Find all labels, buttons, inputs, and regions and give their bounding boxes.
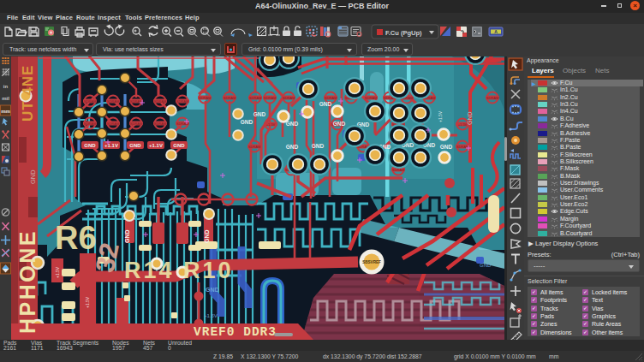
svg-text:+1.5V: +1.5V bbox=[438, 110, 443, 122]
svg-text:SDRAM: SDRAM bbox=[365, 96, 377, 100]
svg-text:GND: GND bbox=[129, 143, 141, 148]
svg-text:UT 4NE: UT 4NE bbox=[20, 65, 36, 122]
svg-text:GND: GND bbox=[286, 121, 299, 127]
svg-text:+1.5V: +1.5V bbox=[55, 266, 60, 278]
svg-text:SDRAM: SDRAM bbox=[107, 122, 119, 126]
svg-text:GND: GND bbox=[286, 144, 299, 150]
svg-text:in: in bbox=[3, 84, 9, 89]
svg-text:SDRAM: SDRAM bbox=[130, 122, 142, 126]
svg-text:GND: GND bbox=[312, 143, 325, 149]
svg-text:GND: GND bbox=[467, 111, 473, 125]
svg-text:HPHONE: HPHONE bbox=[15, 229, 39, 334]
svg-text:SDRAM: SDRAM bbox=[154, 99, 166, 104]
svg-text:GND: GND bbox=[440, 144, 453, 150]
svg-text:GND: GND bbox=[206, 287, 219, 293]
svg-text:A: A bbox=[494, 29, 498, 34]
svg-text:F.Cu (PgUp): F.Cu (PgUp) bbox=[385, 29, 422, 37]
svg-text:GND: GND bbox=[204, 229, 210, 243]
svg-text:SDRAM: SDRAM bbox=[486, 96, 498, 100]
svg-text:R6: R6 bbox=[55, 220, 97, 256]
svg-text:+1.5V: +1.5V bbox=[204, 313, 218, 318]
svg-text:GND: GND bbox=[333, 121, 346, 127]
svg-text:GND: GND bbox=[480, 263, 492, 268]
svg-text:R14 R10: R14 R10 bbox=[124, 258, 234, 283]
svg-text:GND: GND bbox=[173, 143, 185, 148]
svg-text:SBSVREF: SBSVREF bbox=[362, 260, 381, 264]
svg-text:SDRAM: SDRAM bbox=[176, 99, 188, 104]
svg-text:+1.5V: +1.5V bbox=[85, 296, 90, 308]
svg-text:+1.5V: +1.5V bbox=[266, 122, 276, 127]
svg-text:mil: mil bbox=[2, 96, 9, 101]
svg-text:GND: GND bbox=[319, 101, 332, 107]
svg-text:GND: GND bbox=[29, 169, 37, 184]
svg-text:VREF0 DDR3: VREF0 DDR3 bbox=[194, 325, 277, 339]
svg-text:SDRAM: SDRAM bbox=[264, 96, 276, 100]
svg-text:mm: mm bbox=[1, 109, 10, 114]
svg-text:GND: GND bbox=[84, 143, 96, 148]
svg-text:SDRAM: SDRAM bbox=[84, 99, 96, 104]
svg-text:GND: GND bbox=[241, 119, 253, 125]
svg-text:GND: GND bbox=[253, 111, 266, 117]
svg-text:SDRAM: SDRAM bbox=[249, 96, 261, 100]
svg-text:SDRAM: SDRAM bbox=[224, 96, 236, 100]
svg-text:+1.5V: +1.5V bbox=[458, 122, 468, 127]
svg-text:SDRAM: SDRAM bbox=[84, 122, 96, 126]
svg-text:SDRAM: SDRAM bbox=[154, 122, 166, 126]
svg-text:SDRAM: SDRAM bbox=[325, 96, 337, 100]
svg-text:+1.1V: +1.1V bbox=[149, 143, 163, 148]
svg-text:32: 32 bbox=[90, 240, 125, 275]
svg-text:SDRAM: SDRAM bbox=[248, 145, 260, 149]
svg-text:GND: GND bbox=[124, 229, 130, 243]
svg-text:SDRAM: SDRAM bbox=[199, 96, 211, 100]
svg-text:SDRAM: SDRAM bbox=[283, 96, 295, 100]
svg-text:+1.1V: +1.1V bbox=[104, 143, 118, 148]
svg-text:SDRAM: SDRAM bbox=[107, 99, 119, 104]
